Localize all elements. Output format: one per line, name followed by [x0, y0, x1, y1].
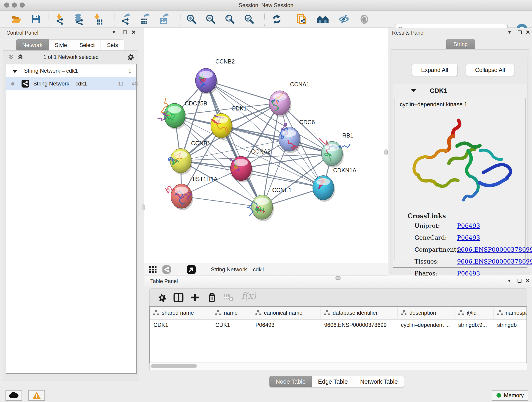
table-cell[interactable]: CDK1	[150, 320, 212, 331]
table-horizontal-scrollbar[interactable]	[149, 363, 527, 370]
network-node-cdkn1a[interactable]	[313, 176, 335, 202]
network-edge[interactable]	[206, 80, 262, 207]
show-columns-icon[interactable]	[172, 292, 185, 303]
open-folder-icon[interactable]	[10, 13, 23, 25]
tab-edge-table[interactable]: Edge Table	[312, 376, 354, 387]
import-network-from-database-icon[interactable]	[72, 13, 85, 25]
network-node-ccnb2[interactable]	[196, 68, 218, 95]
table-cell[interactable]: CDK1	[212, 320, 252, 331]
crosslink-row: Uniprot: P06493	[395, 220, 525, 231]
crosslink-link[interactable]: 9606.ENSP00000378699	[457, 246, 532, 253]
delete-table-icon-disabled[interactable]	[222, 292, 235, 303]
zoom-fit-icon[interactable]	[224, 13, 236, 25]
birdseye-view-icon[interactable]	[186, 264, 196, 274]
tab-node-table[interactable]: Node Table	[269, 376, 312, 387]
panel-float-icon[interactable]	[516, 29, 523, 35]
panel-menu-icon[interactable]: ▼	[506, 278, 513, 284]
network-canvas[interactable]: CCNB2CCNA1CDC25BCDK1CDC6RB1CCNB1CCNA2CDK…	[144, 28, 388, 263]
network-node-cdc25b[interactable]	[158, 99, 186, 129]
collapse-triangle-icon[interactable]	[411, 89, 416, 94]
grid-view-icon[interactable]	[147, 264, 158, 274]
homes-icon[interactable]	[316, 13, 329, 25]
eye-slash-icon[interactable]	[338, 13, 351, 25]
refresh-icon[interactable]	[270, 13, 283, 25]
column-header-description[interactable]: description	[397, 307, 455, 319]
zoom-selected-icon[interactable]	[243, 13, 256, 25]
splitter-handle[interactable]	[335, 276, 341, 280]
column-header-name[interactable]: name	[212, 307, 252, 319]
table-cell[interactable]: stringdb:9...	[455, 320, 494, 331]
save-icon[interactable]	[29, 13, 42, 25]
tab-network-table[interactable]: Network Table	[354, 376, 404, 387]
table-cell[interactable]: P06493	[252, 320, 321, 331]
column-header--id[interactable]: @id	[455, 307, 494, 319]
network-node-hist1h1a[interactable]	[166, 184, 193, 210]
splitter-handle[interactable]	[385, 149, 388, 155]
warning-icon[interactable]	[28, 390, 45, 401]
table-cell[interactable]: stringdb	[494, 320, 527, 331]
memory-button[interactable]: Memory	[492, 390, 528, 401]
network-collection-row[interactable]: String Network – cdk1 1	[6, 64, 136, 77]
import-network-icon[interactable]	[53, 13, 66, 25]
export-network-icon[interactable]	[119, 13, 132, 25]
network-node-cdc6[interactable]	[279, 123, 301, 153]
network-options-gear-icon[interactable]	[126, 52, 135, 62]
table-options-gear-icon[interactable]	[156, 292, 168, 303]
table-row[interactable]: CDK1CDK1P064939606.ENSP00000378699cyclin…	[150, 320, 527, 331]
network-row-selected[interactable]: String Network – cdk1 11 48	[6, 77, 136, 90]
column-header-canonical-name[interactable]: canonical name	[252, 307, 321, 319]
scrollbar-thumb[interactable]	[151, 364, 197, 368]
network-icon	[21, 80, 30, 89]
cloud-status-icon[interactable]	[6, 390, 22, 401]
delete-column-icon[interactable]	[206, 292, 218, 303]
node-label-cdk1: CDK1	[231, 105, 247, 112]
collection-label: String Network – cdk1	[24, 68, 78, 74]
crosslink-link[interactable]: P06493	[457, 222, 480, 229]
tab-style[interactable]: Style	[49, 39, 73, 51]
protein-card-header[interactable]: CDK1	[393, 84, 527, 97]
expand-all-button[interactable]: Expand All	[412, 64, 457, 76]
crosslink-link[interactable]: 9606.ENSP00000378699	[457, 258, 532, 265]
node-count: 11	[118, 80, 124, 87]
network-node-ccna2[interactable]	[230, 156, 253, 182]
panel-close-icon[interactable]: ✕	[524, 278, 531, 284]
panel-menu-icon[interactable]: ▼	[110, 29, 117, 35]
create-column-icon[interactable]	[189, 292, 201, 303]
network-edge[interactable]	[181, 196, 262, 207]
table-cell[interactable]: 9606.ENSP00000378699	[321, 320, 397, 331]
splitter-handle[interactable]	[142, 204, 145, 211]
column-header-namespace[interactable]: namespace	[494, 307, 527, 319]
network-node-cdk1[interactable]	[211, 114, 233, 140]
network-node-ccne1[interactable]	[247, 195, 274, 221]
network-edge[interactable]	[241, 168, 323, 188]
network-node-ccnb1[interactable]	[168, 148, 192, 175]
panel-close-icon[interactable]: ✕	[525, 29, 531, 35]
network-node-ccna1[interactable]	[269, 91, 291, 117]
zoom-out-icon[interactable]	[204, 13, 217, 25]
document-share-icon[interactable]	[296, 13, 308, 25]
function-builder-icon[interactable]: f(x)	[241, 291, 256, 301]
network-style-icon[interactable]	[161, 264, 172, 274]
zoom-in-icon[interactable]	[185, 13, 198, 25]
panel-menu-icon[interactable]: ▼	[506, 29, 513, 35]
collapse-triangle-icon[interactable]	[13, 69, 17, 75]
export-image-icon[interactable]	[158, 13, 171, 25]
crosslink-link[interactable]: P06493	[457, 234, 480, 241]
export-table-icon[interactable]	[138, 13, 151, 25]
tab-sets[interactable]: Sets	[101, 39, 124, 51]
column-header-database-identifier[interactable]: database identifier	[321, 307, 397, 319]
tab-network[interactable]: Network	[16, 39, 49, 51]
column-label: @id	[467, 310, 476, 316]
collapse-all-button[interactable]: Collapse All	[466, 64, 514, 76]
eye-disabled-icon[interactable]	[358, 13, 371, 25]
panel-close-icon[interactable]: ✕	[130, 29, 137, 35]
table-cell[interactable]: cyclin–dependent ...	[397, 320, 455, 331]
column-header-shared-name[interactable]: shared name	[150, 307, 212, 319]
tab-select[interactable]: Select	[73, 39, 101, 51]
panel-float-icon[interactable]	[121, 29, 128, 35]
tab-string[interactable]: String	[446, 39, 475, 50]
import-table-icon[interactable]	[92, 13, 104, 25]
network-node-rb1[interactable]	[319, 138, 350, 167]
panel-float-icon[interactable]	[516, 278, 523, 284]
node-label-cdc25b: CDC25B	[185, 100, 207, 107]
